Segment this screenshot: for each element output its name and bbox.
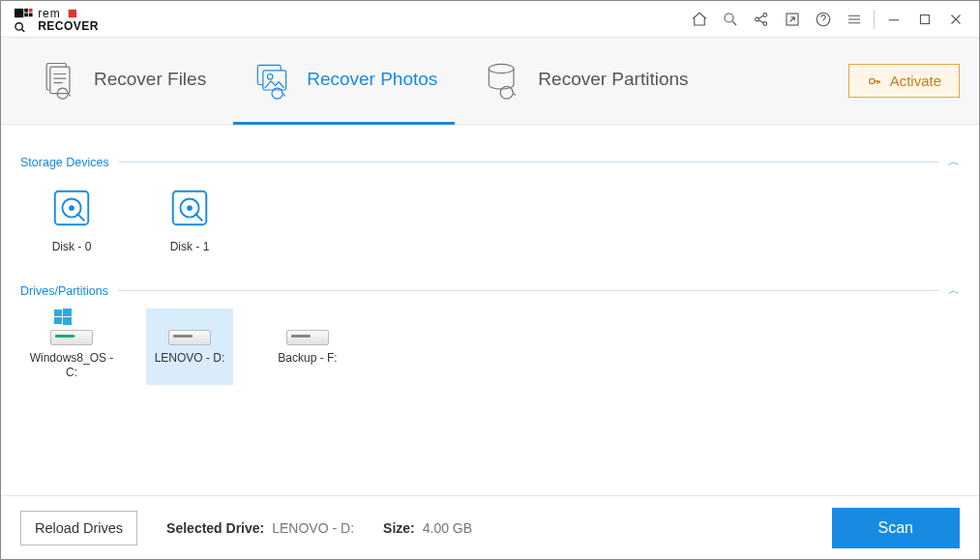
- disk-item[interactable]: Disk - 0: [28, 180, 115, 259]
- svg-point-10: [756, 17, 759, 21]
- tab-label: Recover Partitions: [538, 69, 688, 90]
- section-storage-devices[interactable]: Storage Devices ︿: [20, 154, 960, 170]
- home-icon[interactable]: [684, 4, 715, 35]
- activate-button[interactable]: Activate: [848, 64, 960, 98]
- svg-rect-1: [24, 8, 28, 12]
- share-icon[interactable]: [746, 4, 777, 35]
- close-icon[interactable]: [940, 4, 971, 35]
- drive-icon: [163, 314, 217, 345]
- reload-drives-button[interactable]: Reload Drives: [20, 511, 137, 545]
- disk-item[interactable]: Disk - 1: [146, 180, 233, 259]
- drive-item[interactable]: Windows8_OS - C:: [28, 309, 115, 385]
- partitions-icon: [482, 58, 524, 101]
- drive-label: LENOVO - D:: [155, 351, 225, 365]
- export-icon[interactable]: [777, 4, 808, 35]
- size-info: Size: 4.00 GB: [383, 520, 472, 536]
- disks-list: Disk - 0 Disk - 1: [20, 170, 960, 265]
- svg-rect-0: [15, 8, 23, 16]
- svg-point-25: [70, 206, 74, 210]
- svg-point-5: [15, 22, 22, 29]
- titlebar: rem RECOVER: [1, 1, 979, 38]
- svg-rect-3: [24, 13, 28, 16]
- section-title: Drives/Partitions: [20, 284, 108, 298]
- chevron-up-icon: ︿: [948, 282, 960, 299]
- disk-label: Disk - 0: [52, 240, 92, 253]
- minimize-icon[interactable]: [878, 4, 909, 35]
- size-value: 4.00 GB: [423, 520, 472, 536]
- windows-icon: [54, 309, 72, 330]
- drive-icon: [281, 314, 335, 345]
- selected-drive-value: LENOVO - D:: [272, 520, 354, 536]
- search-icon[interactable]: [715, 4, 746, 35]
- maximize-icon[interactable]: [909, 4, 940, 35]
- drive-label: Windows8_OS - C:: [28, 351, 115, 379]
- size-label: Size:: [383, 520, 415, 536]
- drive-item[interactable]: LENOVO - D:: [146, 309, 233, 385]
- svg-text:rem: rem: [38, 7, 61, 20]
- help-icon[interactable]: [808, 4, 839, 35]
- selected-drive-info: Selected Drive: LENOVO - D:: [166, 520, 354, 536]
- svg-text:RECOVER: RECOVER: [38, 19, 99, 32]
- key-icon: [867, 74, 882, 89]
- divider: [874, 10, 875, 29]
- tab-label: Recover Files: [94, 69, 206, 90]
- drives-list: Windows8_OS - C: LENOVO - D: Backup - F:: [20, 299, 960, 391]
- app-logo: rem RECOVER: [15, 7, 140, 32]
- svg-rect-2: [29, 8, 33, 12]
- scan-button[interactable]: Scan: [832, 508, 960, 548]
- svg-rect-31: [54, 317, 62, 324]
- svg-rect-29: [54, 309, 62, 316]
- activate-label: Activate: [890, 73, 941, 89]
- tab-recover-files[interactable]: Recover Files: [20, 38, 223, 125]
- drive-label: Backup - F:: [278, 351, 337, 365]
- menu-icon[interactable]: [839, 4, 870, 35]
- tab-label: Recover Photos: [307, 69, 437, 90]
- mode-tabs: Recover Files Recover Photos Recover Par…: [1, 38, 979, 125]
- svg-rect-32: [63, 317, 72, 325]
- svg-point-22: [869, 78, 874, 83]
- tab-recover-partitions[interactable]: Recover Partitions: [464, 38, 705, 125]
- svg-rect-15: [921, 15, 930, 23]
- disk-icon: [167, 186, 212, 234]
- svg-point-21: [490, 64, 515, 73]
- disk-icon: [49, 186, 94, 234]
- photos-icon: [251, 58, 293, 101]
- svg-point-12: [763, 21, 767, 25]
- title-actions: [684, 4, 971, 35]
- disk-label: Disk - 1: [170, 240, 210, 253]
- main-area: Storage Devices ︿ Disk - 0 Disk - 1 Driv…: [1, 125, 979, 495]
- section-drives-partitions[interactable]: Drives/Partitions ︿: [20, 282, 960, 299]
- selected-drive-label: Selected Drive:: [166, 520, 264, 536]
- drive-icon: [45, 314, 99, 345]
- footer: Reload Drives Selected Drive: LENOVO - D…: [1, 495, 979, 559]
- svg-rect-7: [69, 9, 76, 16]
- tab-recover-photos[interactable]: Recover Photos: [233, 38, 455, 125]
- svg-point-9: [725, 14, 733, 22]
- svg-point-11: [763, 13, 767, 16]
- section-title: Storage Devices: [20, 156, 109, 169]
- files-icon: [38, 58, 80, 101]
- svg-point-28: [188, 206, 192, 210]
- svg-rect-4: [29, 13, 33, 16]
- chevron-up-icon: ︿: [948, 154, 960, 170]
- drive-item[interactable]: Backup - F:: [264, 309, 351, 385]
- svg-rect-30: [63, 309, 72, 316]
